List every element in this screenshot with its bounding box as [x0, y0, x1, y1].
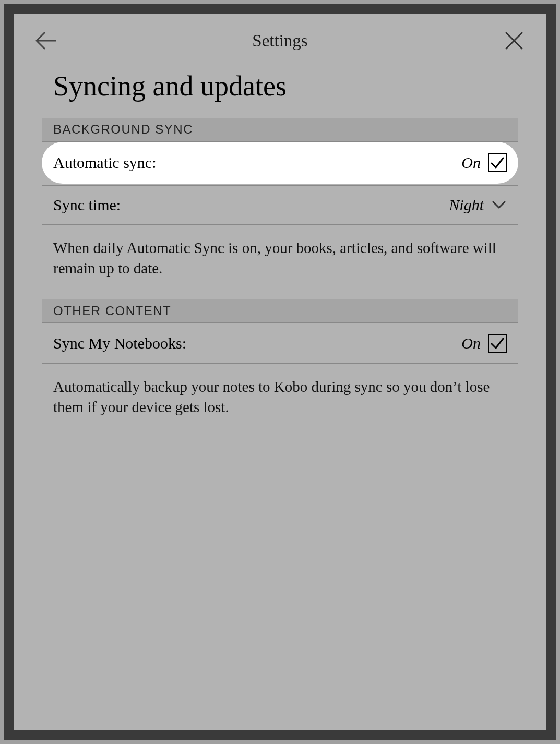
back-arrow-icon	[35, 32, 56, 50]
sync-notebooks-checkbox[interactable]	[488, 334, 507, 353]
automatic-sync-value-group: On	[461, 153, 507, 172]
checkmark-icon	[490, 155, 505, 170]
automatic-sync-value: On	[461, 154, 481, 172]
checkmark-icon	[490, 336, 505, 351]
header: Settings	[14, 14, 546, 63]
automatic-sync-checkbox[interactable]	[488, 153, 507, 172]
section-header-other-content: OTHER CONTENT	[42, 299, 518, 323]
screen: Settings Syncing and updates BACKGROUND …	[14, 14, 546, 730]
sync-time-value: Night	[449, 196, 484, 214]
sync-notebooks-value: On	[461, 334, 481, 352]
sync-notebooks-value-group: On	[461, 334, 507, 353]
sync-time-label: Sync time:	[53, 196, 121, 214]
setting-sync-notebooks[interactable]: Sync My Notebooks: On	[42, 323, 518, 364]
content-area: BACKGROUND SYNC Automatic sync: On	[14, 118, 546, 439]
sync-time-value-group: Night	[449, 196, 507, 214]
setting-sync-time[interactable]: Sync time: Night	[42, 186, 518, 225]
sync-notebooks-label: Sync My Notebooks:	[53, 334, 186, 352]
close-icon	[505, 31, 523, 50]
back-button[interactable]	[34, 29, 57, 52]
window-frame: Settings Syncing and updates BACKGROUND …	[4, 4, 556, 740]
automatic-sync-label: Automatic sync:	[53, 154, 156, 172]
sync-time-dropdown[interactable]	[491, 197, 507, 213]
chevron-down-icon	[492, 201, 506, 209]
setting-automatic-sync[interactable]: Automatic sync: On	[42, 142, 518, 184]
section-header-background-sync: BACKGROUND SYNC	[42, 118, 518, 142]
close-button[interactable]	[503, 29, 526, 52]
background-sync-description: When daily Automatic Sync is on, your bo…	[42, 225, 518, 299]
header-title: Settings	[252, 31, 307, 51]
page-title: Syncing and updates	[14, 63, 546, 118]
other-content-description: Automatically backup your notes to Kobo …	[42, 364, 518, 438]
